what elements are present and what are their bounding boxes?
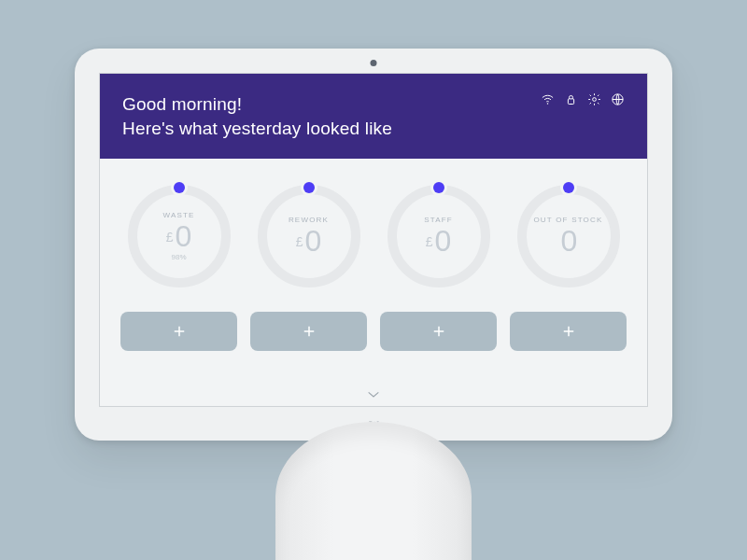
add-waste-button[interactable] xyxy=(120,312,237,351)
metric-waste[interactable]: WASTE £ 0 98% xyxy=(120,185,237,287)
svg-point-2 xyxy=(593,98,597,102)
header-bar: Good morning! Here's what yesterday look… xyxy=(100,74,647,159)
metric-number: 0 xyxy=(561,226,578,256)
header-greeting: Good morning! Here's what yesterday look… xyxy=(122,92,392,140)
add-button-row xyxy=(100,295,647,351)
currency-symbol: £ xyxy=(296,235,303,248)
metric-value: 0 xyxy=(559,226,578,256)
status-icons xyxy=(541,92,625,110)
plus-icon xyxy=(301,323,317,340)
metric-staff[interactable]: STAFF £ 0 xyxy=(380,185,497,287)
plus-icon xyxy=(171,323,188,340)
metric-value: £ 0 xyxy=(426,226,452,256)
metric-row: WASTE £ 0 98% REW xyxy=(100,159,647,295)
metric-out-of-stock[interactable]: OUT OF STOCK 0 xyxy=(510,185,627,287)
plus-icon xyxy=(560,323,577,340)
header-line-1: Good morning! xyxy=(122,92,392,117)
camera-dot xyxy=(371,60,377,66)
device-stand xyxy=(275,422,472,560)
add-out-of-stock-button[interactable] xyxy=(510,312,627,351)
metric-number: 0 xyxy=(305,226,322,256)
metric-label: WASTE xyxy=(162,211,194,219)
chevron-down-icon[interactable] xyxy=(366,386,381,403)
add-staff-button[interactable] xyxy=(380,312,497,351)
metric-label: REWORK xyxy=(289,216,329,224)
metric-rework[interactable]: REWORK £ 0 xyxy=(250,185,367,287)
plus-icon xyxy=(430,323,447,340)
add-rework-button[interactable] xyxy=(250,312,367,351)
dashboard-content: WASTE £ 0 98% REW xyxy=(100,159,647,406)
header-line-2: Here's what yesterday looked like xyxy=(122,117,392,141)
screen: Good morning! Here's what yesterday look… xyxy=(99,73,648,407)
currency-symbol: £ xyxy=(166,231,174,244)
metric-label: STAFF xyxy=(424,216,453,224)
svg-point-0 xyxy=(547,103,549,105)
metric-number: 0 xyxy=(435,226,452,256)
metric-value: £ 0 xyxy=(166,221,192,251)
gear-icon[interactable] xyxy=(587,92,601,110)
metric-sublabel: 98% xyxy=(171,253,186,261)
wifi-icon xyxy=(541,92,555,110)
lock-icon xyxy=(564,92,578,110)
metric-value: £ 0 xyxy=(296,226,322,256)
device-frame: Good morning! Here's what yesterday look… xyxy=(75,49,672,441)
svg-rect-1 xyxy=(568,99,573,105)
currency-symbol: £ xyxy=(426,235,433,248)
metric-label: OUT OF STOCK xyxy=(533,216,602,224)
globe-icon[interactable] xyxy=(611,92,625,110)
metric-number: 0 xyxy=(176,221,192,251)
